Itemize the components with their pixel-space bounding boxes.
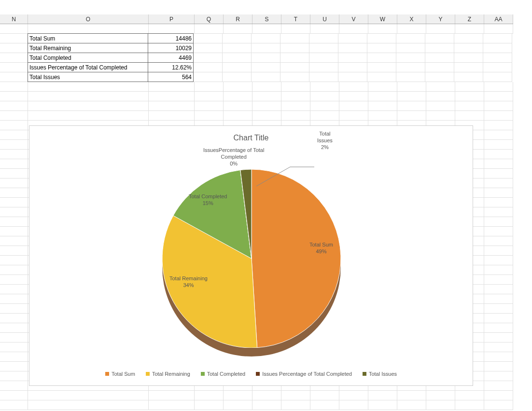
cell[interactable]: [454, 53, 483, 63]
cell[interactable]: [252, 92, 281, 101]
cell[interactable]: [252, 72, 280, 82]
cell[interactable]: [396, 63, 425, 72]
cell[interactable]: [339, 92, 368, 101]
cell[interactable]: [310, 101, 339, 111]
cell[interactable]: 12.62%: [148, 62, 194, 72]
cell[interactable]: [0, 24, 28, 34]
cell[interactable]: [338, 34, 367, 43]
cell[interactable]: Issues Percentage of Total Completed: [28, 62, 148, 72]
cell[interactable]: [252, 34, 280, 43]
cell[interactable]: [28, 92, 149, 101]
cell[interactable]: [0, 352, 28, 362]
cell[interactable]: [484, 304, 513, 314]
cell[interactable]: [0, 111, 28, 121]
cell[interactable]: [396, 43, 425, 53]
cell[interactable]: [484, 323, 513, 333]
col-O[interactable]: O: [28, 14, 149, 24]
cell[interactable]: [28, 24, 149, 34]
cell[interactable]: [149, 111, 195, 121]
cell[interactable]: [194, 34, 223, 43]
cell[interactable]: [396, 34, 425, 43]
cell[interactable]: [0, 362, 28, 371]
cell[interactable]: [426, 391, 455, 400]
cell[interactable]: [0, 275, 28, 285]
cell[interactable]: [426, 101, 455, 111]
cell[interactable]: [28, 391, 149, 400]
cell[interactable]: [368, 101, 397, 111]
cell[interactable]: [309, 43, 338, 53]
cell[interactable]: [0, 256, 28, 265]
cell[interactable]: [483, 63, 512, 72]
cell[interactable]: [484, 101, 513, 111]
cell[interactable]: [484, 256, 513, 265]
cell[interactable]: [454, 72, 483, 82]
cell[interactable]: [310, 82, 339, 92]
cell[interactable]: 564: [148, 72, 194, 82]
cell[interactable]: [455, 82, 484, 92]
cell[interactable]: [0, 121, 28, 130]
cell[interactable]: [281, 111, 310, 121]
cell[interactable]: [0, 92, 28, 101]
cell[interactable]: [425, 34, 454, 43]
cell[interactable]: [484, 285, 513, 294]
cell[interactable]: [397, 391, 426, 400]
cell[interactable]: [0, 246, 28, 256]
col-S[interactable]: S: [252, 14, 281, 24]
cell[interactable]: [339, 24, 368, 34]
cell[interactable]: [425, 63, 454, 72]
cell[interactable]: [484, 294, 513, 304]
cell[interactable]: [484, 188, 513, 198]
col-W[interactable]: W: [368, 14, 397, 24]
cell[interactable]: [281, 24, 310, 34]
cell[interactable]: [28, 400, 149, 410]
cell[interactable]: [149, 391, 195, 400]
cell[interactable]: [0, 323, 28, 333]
cell[interactable]: [483, 53, 512, 63]
cell[interactable]: Total Sum: [28, 33, 148, 43]
cell[interactable]: [426, 24, 455, 34]
cell[interactable]: [368, 82, 397, 92]
col-N[interactable]: N: [0, 14, 28, 24]
cell[interactable]: [0, 188, 28, 198]
cell[interactable]: [454, 34, 483, 43]
cell[interactable]: [368, 111, 397, 121]
cell[interactable]: [195, 391, 224, 400]
cell[interactable]: [223, 53, 252, 63]
cell[interactable]: [483, 43, 512, 53]
cell[interactable]: [484, 371, 513, 381]
cell[interactable]: 10029: [148, 43, 194, 53]
cell[interactable]: [425, 53, 454, 63]
cell[interactable]: [252, 111, 281, 121]
cell[interactable]: 14486: [148, 33, 194, 43]
cell[interactable]: [281, 400, 310, 410]
cell[interactable]: [484, 342, 513, 352]
cell[interactable]: [280, 34, 309, 43]
cell[interactable]: [310, 92, 339, 101]
cell[interactable]: [484, 24, 513, 34]
cell[interactable]: [454, 43, 483, 53]
cell[interactable]: [28, 82, 149, 92]
cell[interactable]: [0, 236, 28, 246]
cell[interactable]: [195, 111, 224, 121]
cell[interactable]: [0, 304, 28, 314]
cell[interactable]: [484, 217, 513, 227]
cell[interactable]: [309, 34, 338, 43]
cell[interactable]: [280, 63, 309, 72]
cell[interactable]: [0, 101, 28, 111]
cell[interactable]: [484, 236, 513, 246]
cell[interactable]: [339, 82, 368, 92]
cell[interactable]: [426, 400, 455, 410]
cell[interactable]: [0, 159, 28, 169]
cell[interactable]: [0, 217, 28, 227]
cell[interactable]: [368, 391, 397, 400]
cell[interactable]: [224, 111, 252, 121]
cell[interactable]: [484, 82, 513, 92]
cell[interactable]: [338, 53, 367, 63]
cell[interactable]: [484, 265, 513, 275]
cell[interactable]: [223, 43, 252, 53]
cell[interactable]: [224, 400, 252, 410]
cell[interactable]: [397, 101, 426, 111]
cell[interactable]: [195, 82, 224, 92]
cell[interactable]: [194, 63, 223, 72]
cell[interactable]: [0, 400, 28, 410]
